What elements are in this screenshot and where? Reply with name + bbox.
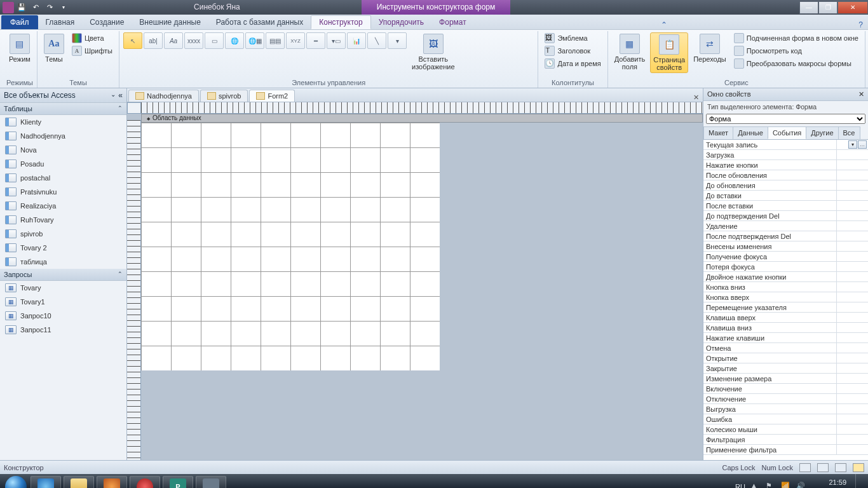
ptab-events[interactable]: События (768, 126, 806, 139)
prop-row[interactable]: Внесены изменения (703, 241, 868, 252)
tray-flag-icon[interactable]: ▲ (750, 482, 761, 488)
prop-row[interactable]: Клавиша вниз (703, 323, 868, 333)
nav-item[interactable]: postachal (0, 171, 126, 185)
lang-indicator[interactable]: RU (735, 483, 745, 488)
section-bar-detail[interactable]: Область данных (141, 114, 703, 123)
prop-builder-icon[interactable]: … (858, 140, 867, 149)
nav-item[interactable]: Tovary (0, 281, 126, 295)
taskbar-explorer[interactable] (64, 476, 94, 488)
ctl-optiongroup[interactable]: XYZ (286, 32, 305, 49)
prop-row[interactable]: Применение фильтра (703, 445, 868, 455)
save-icon[interactable]: 💾 (15, 2, 28, 13)
ctl-line[interactable]: ╲ (367, 32, 386, 49)
taskbar-opera[interactable] (130, 476, 160, 488)
prop-value[interactable] (836, 445, 868, 454)
view-form-icon[interactable] (799, 463, 811, 472)
prop-row[interactable]: Нажатие кнопки (703, 160, 868, 170)
taskbar-mediaplayer[interactable] (97, 476, 127, 488)
prop-value[interactable] (836, 211, 868, 220)
prop-row[interactable]: Текущая запись▾… (703, 140, 868, 150)
close-tab-icon[interactable]: ✕ (689, 93, 703, 102)
ptab-all[interactable]: Все (838, 126, 860, 139)
view-design-icon[interactable] (853, 463, 864, 472)
tab-design[interactable]: Конструктор (311, 15, 370, 29)
ctl-pagebreak[interactable]: ━ (306, 32, 325, 49)
prop-value[interactable] (836, 323, 868, 332)
prop-row[interactable]: Получение фокуса (703, 252, 868, 262)
ctl-label[interactable]: Aa (164, 32, 183, 49)
show-desktop-button[interactable] (855, 474, 862, 488)
ptab-data[interactable]: Данные (733, 126, 768, 139)
prop-row[interactable]: После подтверждения Del (703, 231, 868, 241)
nav-item[interactable]: spivrob (0, 227, 126, 241)
nav-item[interactable]: таблица (0, 255, 126, 269)
view-layout-icon[interactable] (835, 463, 846, 472)
restore-button[interactable]: ❐ (818, 1, 837, 14)
prop-row[interactable]: Отмена (703, 343, 868, 353)
subform-newwindow-button[interactable]: Подчиненная форма в новом окне (731, 32, 861, 44)
tab-external-data[interactable]: Внешние данные (132, 15, 208, 29)
prop-row[interactable]: Выгрузка (703, 404, 868, 414)
nav-item[interactable]: Nadhodjennya (0, 129, 126, 143)
close-button[interactable]: ✕ (837, 1, 868, 14)
nav-section-header[interactable]: Таблицы⌃ (0, 103, 126, 115)
ptab-layout[interactable]: Макет (703, 126, 733, 139)
nav-item[interactable]: Tovary1 (0, 295, 126, 309)
prop-row[interactable]: Закрытие (703, 363, 868, 374)
prop-row[interactable]: Нажатие клавиши (703, 333, 868, 343)
themes-button[interactable]: Aa Темы (41, 32, 67, 64)
ctl-hyperlink[interactable]: 🌐 (225, 32, 244, 49)
form-design-surface[interactable]: Область данных (127, 102, 703, 460)
tab-home[interactable]: Главная (38, 15, 83, 29)
file-tab[interactable]: Файл (1, 15, 38, 29)
detail-section-grid[interactable] (141, 123, 440, 370)
ptab-other[interactable]: Другие (806, 126, 838, 139)
prop-row[interactable]: Потеря фокуса (703, 262, 868, 272)
prop-row[interactable]: После обновления (703, 170, 868, 180)
prop-value[interactable] (836, 262, 868, 271)
nav-header[interactable]: Все объекты Access ⌄« (0, 88, 126, 103)
ctl-tab[interactable]: ▭ (205, 32, 224, 49)
prop-value[interactable] (836, 394, 868, 403)
colors-button[interactable]: Цвета (69, 32, 115, 44)
prop-row[interactable]: Кнопка вниз (703, 282, 868, 292)
prop-value[interactable] (836, 241, 868, 251)
prop-row[interactable]: Загрузка (703, 150, 868, 160)
prop-value[interactable]: ▾… (836, 140, 868, 149)
prop-value[interactable] (836, 353, 868, 363)
ctl-more[interactable]: ▾ (388, 32, 407, 49)
tab-format[interactable]: Формат (431, 15, 474, 29)
qat-customize-icon[interactable]: ▾ (57, 2, 70, 13)
view-button[interactable]: ▤ Режим (6, 32, 33, 64)
prop-value[interactable] (836, 160, 868, 170)
nav-item[interactable]: Klienty (0, 115, 126, 129)
tab-create[interactable]: Создание (82, 15, 132, 29)
taskbar-publisher[interactable]: P (163, 476, 193, 488)
convert-macros-button[interactable]: Преобразовать макросы формы (731, 58, 861, 69)
prop-row[interactable]: До подтверждения Del (703, 211, 868, 221)
ruler-corner[interactable] (127, 102, 141, 114)
prop-value[interactable] (836, 333, 868, 342)
prop-value[interactable] (836, 424, 868, 434)
prop-value[interactable] (836, 384, 868, 393)
view-code-button[interactable]: Просмотреть код (731, 45, 861, 57)
nav-item[interactable]: Запрос10 (0, 309, 126, 323)
emblem-button[interactable]: 🖼Эмблема (542, 32, 603, 44)
prop-row[interactable]: До обновления (703, 180, 868, 191)
prop-row[interactable]: Отключение (703, 394, 868, 404)
prop-row[interactable]: После вставки (703, 201, 868, 211)
prop-row[interactable]: Ошибка (703, 414, 868, 424)
prop-value[interactable] (836, 221, 868, 231)
redo-icon[interactable]: ↷ (43, 2, 56, 13)
prop-row[interactable]: Двойное нажатие кнопки (703, 272, 868, 282)
nav-item[interactable]: Nova (0, 143, 126, 157)
doc-tab-1[interactable]: spivrob (200, 90, 248, 102)
propsheet-close-icon[interactable]: ✕ (858, 90, 864, 98)
ctl-combobox[interactable]: ▾▭ (327, 32, 346, 49)
tray-volume-icon[interactable]: 🔊 (796, 482, 806, 488)
tray-action-center-icon[interactable]: ⚑ (766, 482, 776, 488)
minimize-button[interactable]: — (799, 1, 818, 14)
prop-value[interactable] (836, 343, 868, 353)
prop-value[interactable] (836, 292, 868, 302)
prop-value[interactable] (836, 302, 868, 312)
